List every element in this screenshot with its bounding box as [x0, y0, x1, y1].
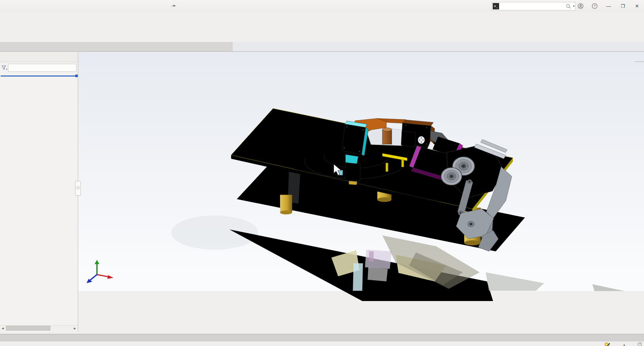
floor-soft-shadow	[171, 215, 258, 250]
solidworks-logo	[4, 2, 5, 9]
3d-scene	[0, 52, 644, 334]
help-icon[interactable]: ?	[588, 3, 602, 9]
restore-button[interactable]: ❐	[616, 3, 630, 9]
rollback-bar[interactable]	[1, 76, 77, 77]
close-button[interactable]: ✕	[630, 3, 644, 9]
search-input[interactable]	[500, 3, 565, 9]
ribbon-strip-bg	[0, 42, 233, 52]
scroll-left-icon[interactable]: ◀	[0, 327, 5, 330]
custom-view-label[interactable]: ▲	[622, 342, 626, 346]
scroll-right-icon[interactable]: ▶	[72, 327, 77, 330]
svg-text:?: ?	[594, 4, 596, 8]
reflection-white	[368, 267, 388, 281]
minimize-button[interactable]: —	[602, 3, 616, 9]
feature-manager-tabs	[0, 52, 78, 62]
reflection-cyan	[353, 263, 363, 291]
sheet-tab-bar	[0, 334, 644, 341]
graphics-area[interactable]	[0, 51, 644, 334]
tree-horizontal-scrollbar[interactable]: ◀ ▶	[0, 325, 77, 331]
scroll-thumb[interactable]	[6, 326, 50, 331]
command-search[interactable]: >_ ▼	[492, 2, 576, 10]
command-manager	[0, 12, 644, 42]
task-pane	[635, 61, 644, 62]
account-icon[interactable]	[574, 3, 588, 9]
ribbon-strip: ◧ ◨ — ❐ ✕	[0, 42, 644, 51]
tree-filter-input[interactable]	[8, 64, 76, 72]
feature-manager-panel: ◀ ▶	[0, 52, 78, 332]
search-icon[interactable]	[566, 4, 571, 9]
filter-funnel-icon[interactable]	[1, 65, 7, 70]
pin-icon[interactable]: 📌︎	[170, 2, 177, 9]
search-command-icon: >_	[493, 3, 499, 9]
solidworks-window: 📌︎ >_ ▼ ? — ❐ ✕ ◧	[0, 0, 644, 346]
panel-splitter-handle[interactable]	[75, 181, 81, 196]
tree-filter-row	[0, 62, 78, 73]
tag-icon[interactable]	[637, 342, 642, 346]
edit-flag-icon	[605, 342, 610, 346]
status-bar: ▲	[0, 341, 644, 346]
reflection-purple	[369, 251, 374, 261]
title-bar: 📌︎ >_ ▼ ? — ❐ ✕	[0, 0, 644, 12]
titlebar-right: ? — ❐ ✕	[574, 0, 644, 12]
